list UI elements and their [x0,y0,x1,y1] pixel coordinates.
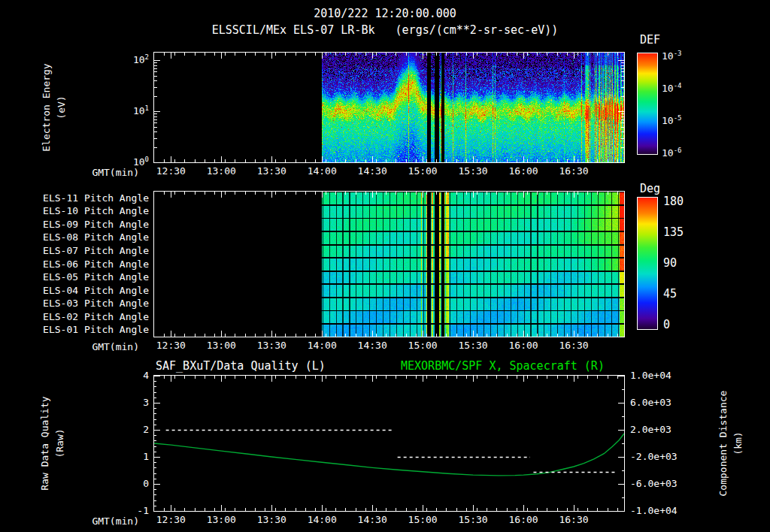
pitch-row-label: ELS-01 Pitch Angle [21,324,149,335]
gmt-label-top: GMT(min) [64,167,139,178]
quality-tick-label: 3 [117,397,149,408]
def-colorbar-tick-label: 10-5 [662,114,707,126]
x-tick-label-pitch: 13:30 [249,340,294,351]
energy-tick-label: 102 [111,53,149,65]
pitch-row-label: ELS-08 Pitch Angle [21,231,149,243]
x-tick-label-spec: 13:30 [249,165,294,177]
x-tick-label-spec: 16:00 [501,165,546,177]
quality-axis-label-line2: (Raw) [53,368,68,518]
quality-distance-panel [153,375,625,512]
x-tick-label-pitch: 16:00 [501,340,546,351]
pitch-row-label: ELS-02 Pitch Angle [21,311,149,322]
x-tick-label-line: 14:00 [299,514,344,525]
deg-colorbar-tick-label: 90 [663,256,701,270]
distance-tick-label: -2.0e+03 [630,451,690,462]
quality-tick-label: 1 [117,451,149,462]
x-tick-label-line: 15:30 [450,514,496,525]
x-tick-label-line: 13:00 [199,514,244,525]
x-tick-label-line: 12:30 [148,514,193,525]
distance-tick-label: -1.0e+04 [630,505,690,516]
quality-tick-label: 4 [117,370,149,381]
quality-tick-label: -1 [117,505,149,516]
energy-spectrogram-canvas [154,53,624,162]
x-tick-label-spec: 15:00 [400,165,445,177]
x-tick-label-spec: 13:00 [199,165,244,177]
pitch-row-label: ELS-05 Pitch Angle [21,271,149,283]
distance-tick-label: 1.0e+04 [630,370,690,381]
distance-axis-label-line2: (km) [731,361,746,526]
energy-tick-label: 100 [111,156,149,168]
x-tick-label-line: 15:00 [400,514,445,525]
x-tick-label-pitch: 13:00 [199,340,244,351]
x-tick-label-pitch: 15:30 [450,340,496,351]
x-tick-label-pitch: 14:00 [299,340,344,351]
bottom-title-left: SAF_BXuT/Data Quality (L) [156,359,326,373]
distance-tick-label: -6.0e+03 [630,478,690,489]
deg-colorbar-tick-label: 180 [663,195,701,208]
quality-tick-label: 2 [117,424,149,435]
deg-colorbar-tick-label: 0 [663,318,701,331]
deg-colorbar-tick-label: 45 [663,287,701,301]
plot-datetime: 2010/222 12:20:00.000 [0,7,770,20]
x-tick-label-pitch: 15:00 [400,340,445,351]
energy-spectrogram-panel [153,52,625,163]
x-tick-label-line: 14:30 [350,514,395,525]
distance-tick-label: 2.0e+03 [630,424,690,435]
x-tick-label-line: 16:00 [501,514,546,525]
gmt-label-bottom: GMT(min) [64,515,139,527]
plot-page: 2010/222 12:20:00.000 ELSSCIL/MEx ELS-07… [0,0,770,532]
energy-axis-label-line1: Electron Energy [39,46,54,169]
pitch-row-label: ELS-07 Pitch Angle [21,245,149,256]
x-tick-label-spec: 14:30 [350,165,395,177]
pitch-angle-panel [153,191,625,337]
distance-axis-label-line1: Component Distance [716,361,731,526]
deg-colorbar [637,197,658,330]
x-tick-label-spec: 12:30 [148,165,193,177]
x-tick-label-line: 16:30 [551,514,596,525]
x-tick-label-spec: 15:30 [450,165,496,177]
quality-axis-label: Raw Data Quality (Raw) [38,368,68,518]
pitch-row-label: ELS-09 Pitch Angle [21,219,149,230]
x-tick-label-pitch: 14:30 [350,340,395,351]
quality-tick-label: 0 [117,478,149,489]
gmt-label-middle: GMT(min) [64,341,139,352]
bottom-title-right: MEXORBMC/SPF X, Spacecraft (R) [401,359,605,373]
energy-tick-label: 101 [111,104,149,116]
pitch-row-label: ELS-03 Pitch Angle [21,298,149,309]
x-tick-label-pitch: 12:30 [148,340,193,351]
distance-axis-label: Component Distance (km) [716,361,746,526]
def-colorbar-tick-label: 10-3 [662,50,707,62]
x-tick-label-pitch: 16:30 [551,340,596,351]
x-tick-label-spec: 14:00 [299,165,344,177]
x-tick-label-line: 13:30 [249,514,294,525]
def-colorbar-title: DEF [640,33,660,47]
pitch-row-label: ELS-11 Pitch Angle [21,192,149,204]
def-colorbar-tick-label: 10-6 [662,147,707,159]
pitch-row-label: ELS-10 Pitch Angle [21,205,149,216]
distance-tick-label: 6.0e+03 [630,397,690,408]
quality-axis-label-line1: Raw Data Quality [38,368,53,518]
pitch-angle-canvas [154,192,624,337]
def-colorbar-tick-label: 10-4 [662,82,707,94]
quality-distance-canvas [154,376,624,511]
energy-axis-label-line2: (eV) [54,46,69,169]
pitch-row-label: ELS-06 Pitch Angle [21,258,149,270]
energy-axis-label: Electron Energy (eV) [39,46,69,169]
deg-colorbar-title: Deg [640,182,660,195]
deg-colorbar-tick-label: 135 [663,225,701,239]
def-colorbar [637,53,658,155]
x-tick-label-spec: 16:30 [551,165,596,177]
pitch-row-label: ELS-04 Pitch Angle [21,285,149,296]
